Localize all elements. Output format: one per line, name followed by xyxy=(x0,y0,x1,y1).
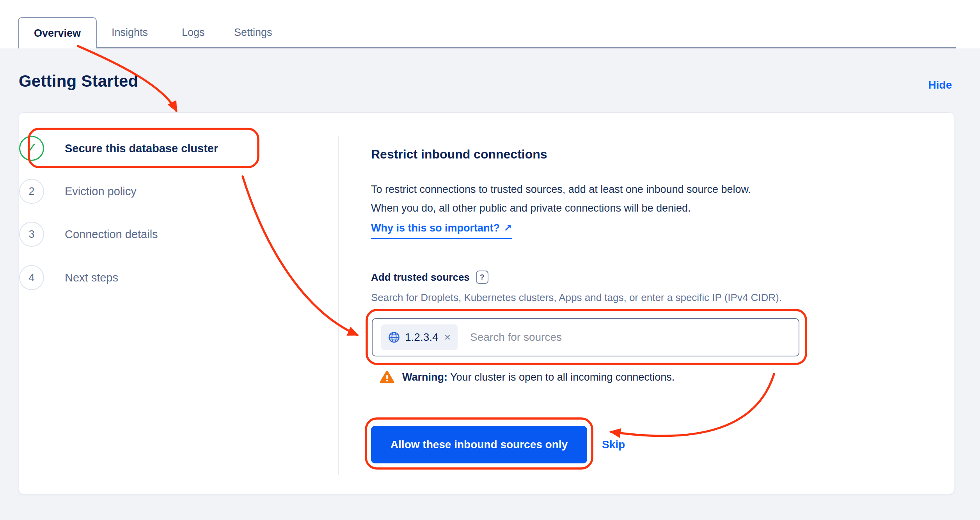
step-label: Next steps xyxy=(65,271,118,284)
step-number-circle: 4 xyxy=(19,265,44,290)
step-label: Eviction policy xyxy=(65,185,137,198)
warning-row: Warning: Your cluster is open to all inc… xyxy=(380,370,675,384)
step-number: 3 xyxy=(28,228,34,240)
check-icon: ✓ xyxy=(26,141,37,155)
tab-overview[interactable]: Overview xyxy=(18,17,97,48)
vertical-divider xyxy=(338,136,339,475)
tab-logs[interactable]: Logs xyxy=(182,17,205,48)
external-link-arrow-icon: ↗ xyxy=(504,223,512,234)
trusted-sources-header: Add trusted sources ? xyxy=(371,271,488,284)
trusted-sources-hint: Search for Droplets, Kubernetes clusters… xyxy=(371,292,782,304)
tab-overview-label: Overview xyxy=(34,27,81,39)
step-complete-circle: ✓ xyxy=(19,136,44,161)
warning-triangle-icon xyxy=(380,370,394,384)
step-eviction-policy[interactable]: 2 Eviction policy xyxy=(19,179,137,204)
tab-settings-label: Settings xyxy=(234,27,272,39)
search-sources-input[interactable] xyxy=(470,331,767,344)
tab-insights-label: Insights xyxy=(112,27,148,39)
source-chip: 1.2.3.4 × xyxy=(381,324,458,350)
page-title: Getting Started xyxy=(19,72,138,91)
trusted-sources-label: Add trusted sources xyxy=(371,271,470,283)
step-next-steps[interactable]: 4 Next steps xyxy=(19,265,118,290)
tab-logs-label: Logs xyxy=(182,27,205,39)
step-label: Connection details xyxy=(65,228,158,241)
skip-link[interactable]: Skip xyxy=(602,438,625,451)
warning-text: Warning: Your cluster is open to all inc… xyxy=(402,371,675,383)
step-label: Secure this database cluster xyxy=(65,142,218,155)
why-important-label: Why is this so important? xyxy=(371,222,500,234)
panel-heading: Restrict inbound connections xyxy=(371,147,547,162)
tab-settings[interactable]: Settings xyxy=(234,17,272,48)
tab-bar: Overview Insights Logs Settings xyxy=(0,0,980,48)
warning-message: Your cluster is open to all incoming con… xyxy=(450,371,675,383)
help-icon[interactable]: ? xyxy=(476,271,488,284)
step-number: 4 xyxy=(28,272,34,284)
step-number-circle: 2 xyxy=(19,179,44,204)
step-number-circle: 3 xyxy=(19,222,44,247)
screen: Overview Insights Logs Settings Getting … xyxy=(0,0,980,520)
tab-insights[interactable]: Insights xyxy=(112,17,148,48)
step-number: 2 xyxy=(28,185,34,198)
panel-description: To restrict connections to trusted sourc… xyxy=(371,180,751,217)
tab-bar-divider xyxy=(18,47,956,48)
allow-inbound-sources-button[interactable]: Allow these inbound sources only xyxy=(371,426,587,463)
hide-link[interactable]: Hide xyxy=(928,79,952,91)
chip-remove-icon[interactable]: × xyxy=(444,332,451,343)
trusted-sources-input[interactable]: 1.2.3.4 × xyxy=(372,318,799,356)
step-connection-details[interactable]: 3 Connection details xyxy=(19,222,158,247)
why-important-link[interactable]: Why is this so important? ↗ xyxy=(371,222,512,239)
step-secure-cluster[interactable]: ✓ Secure this database cluster xyxy=(19,136,218,161)
warning-label: Warning: xyxy=(402,371,447,383)
description-line-2: When you do, all other public and privat… xyxy=(371,199,751,217)
source-chip-value: 1.2.3.4 xyxy=(405,331,439,344)
getting-started-card: ✓ Secure this database cluster 2 Evictio… xyxy=(19,112,954,494)
description-line-1: To restrict connections to trusted sourc… xyxy=(371,180,751,199)
globe-icon xyxy=(388,331,400,343)
